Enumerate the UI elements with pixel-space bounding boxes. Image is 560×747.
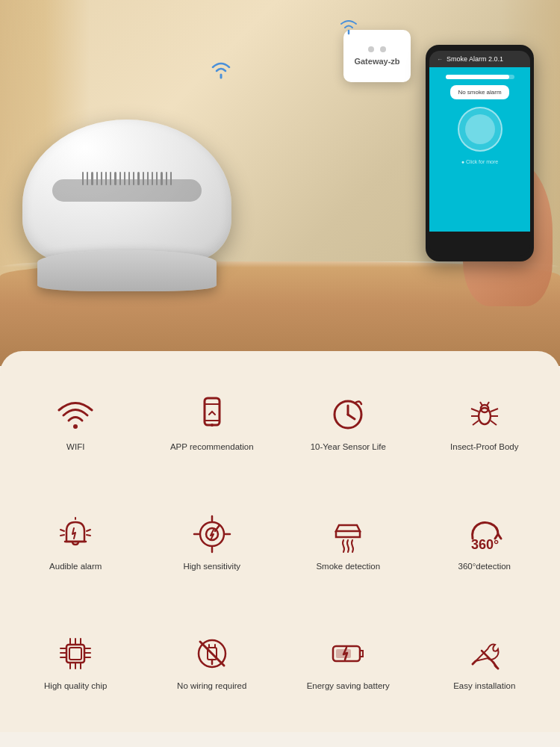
feature-360-detection-label: 360°detection bbox=[458, 561, 511, 572]
tools-icon bbox=[462, 631, 507, 676]
feature-quality-chip: High quality chip bbox=[11, 605, 140, 717]
svg-line-17 bbox=[487, 402, 489, 406]
device-base bbox=[37, 250, 217, 291]
feature-360-detection: 360° 360°detection bbox=[420, 486, 550, 598]
product-image-section: Gateway-zb ← Smoke Alarm 2.0.1 bbox=[0, 0, 560, 366]
feature-app: APP recommendation bbox=[148, 366, 277, 478]
feature-high-sensitivity: High sensitivity bbox=[148, 486, 277, 598]
feature-insect-proof-label: Insect-Proof Body bbox=[450, 441, 518, 453]
feature-quality-chip-label: High quality chip bbox=[44, 681, 107, 692]
feature-sensor-life-label: 10-Year Sensor Life bbox=[311, 441, 386, 453]
svg-line-47 bbox=[473, 661, 476, 664]
app-phone-icon bbox=[190, 392, 234, 437]
svg-point-0 bbox=[73, 424, 78, 429]
alarm-bell-icon bbox=[53, 512, 98, 557]
clock-icon bbox=[326, 392, 370, 437]
phone-app-header: ← Smoke Alarm 2.0.1 bbox=[429, 51, 530, 67]
smoke-detector-device bbox=[22, 127, 231, 291]
svg-line-16 bbox=[480, 402, 482, 406]
phone-battery-bar bbox=[446, 75, 514, 79]
wifi-signal-gateway-icon bbox=[339, 19, 358, 40]
phone-body: ← Smoke Alarm 2.0.1 No smoke alarm ● Cli… bbox=[426, 45, 534, 261]
svg-line-11 bbox=[491, 409, 498, 412]
phone-status-indicator bbox=[458, 107, 503, 152]
wifi-icon bbox=[53, 392, 98, 437]
svg-line-15 bbox=[491, 421, 497, 425]
feature-high-sensitivity-label: High sensitivity bbox=[183, 561, 240, 572]
svg-line-50 bbox=[495, 666, 498, 669]
phone-container: ← Smoke Alarm 2.0.1 No smoke alarm ● Cli… bbox=[426, 45, 545, 284]
device-vents bbox=[82, 172, 172, 187]
phone-app-body: No smoke alarm ● Click for more bbox=[429, 67, 530, 232]
phone-status-text: No smoke alarm bbox=[450, 85, 508, 99]
gateway-label: Gateway-zb bbox=[354, 57, 399, 66]
svg-rect-26 bbox=[69, 648, 81, 660]
feature-easy-install: Easy installation bbox=[420, 605, 550, 717]
gateway-dots bbox=[368, 46, 386, 52]
no-wiring-icon bbox=[190, 631, 234, 676]
feature-easy-install-label: Easy installation bbox=[453, 681, 515, 692]
battery-icon bbox=[326, 631, 370, 676]
svg-line-7 bbox=[348, 415, 355, 419]
feature-app-label: APP recommendation bbox=[170, 441, 254, 453]
feature-wifi-label: WIFI bbox=[66, 441, 84, 453]
smoke-detection-icon bbox=[326, 512, 370, 557]
svg-line-10 bbox=[471, 409, 479, 412]
svg-line-48 bbox=[482, 651, 494, 663]
feature-wifi: WIFI bbox=[11, 366, 140, 478]
features-section: WIFI APP recommendation bbox=[0, 351, 560, 732]
feature-smoke-detection-label: Smoke detection bbox=[316, 561, 380, 572]
phone-bottom-info: ● Click for more bbox=[461, 159, 498, 164]
feature-sensor-life: 10-Year Sensor Life bbox=[284, 366, 413, 478]
feature-insect-proof: Insect-Proof Body bbox=[420, 366, 550, 478]
feature-energy-battery: Energy saving battery bbox=[284, 605, 413, 717]
feature-audible-alarm: Audible alarm bbox=[11, 486, 140, 598]
feature-no-wiring: No wiring required bbox=[148, 605, 277, 717]
feature-energy-battery-label: Energy saving battery bbox=[307, 681, 390, 692]
svg-text:360°: 360° bbox=[471, 537, 499, 552]
features-grid: WIFI APP recommendation bbox=[11, 366, 549, 717]
feature-audible-alarm-label: Audible alarm bbox=[49, 561, 102, 572]
sensitivity-icon bbox=[190, 512, 234, 557]
svg-line-14 bbox=[473, 421, 479, 425]
device-dome bbox=[22, 120, 231, 261]
feature-no-wiring-label: No wiring required bbox=[177, 681, 246, 692]
wifi-signal-device-icon bbox=[209, 60, 233, 84]
feature-smoke-detection: Smoke detection bbox=[284, 486, 413, 598]
phone-screen: ← Smoke Alarm 2.0.1 No smoke alarm ● Cli… bbox=[429, 51, 530, 255]
chip-icon bbox=[53, 631, 98, 676]
svg-point-4 bbox=[211, 424, 214, 427]
insect-icon bbox=[462, 392, 507, 437]
phone-app-title: Smoke Alarm 2.0.1 bbox=[447, 55, 503, 63]
360-icon: 360° bbox=[462, 512, 507, 557]
